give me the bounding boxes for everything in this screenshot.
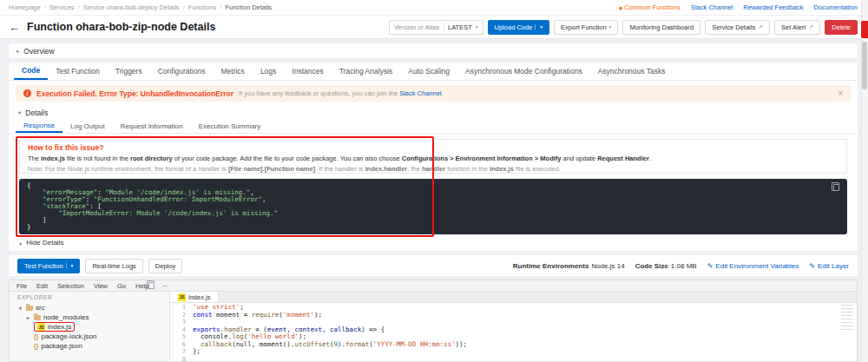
menu-selection[interactable]: Selection xyxy=(57,282,84,290)
tree-item-label: package.json xyxy=(41,342,82,350)
editor-tab-index-js[interactable]: index.js xyxy=(170,292,219,302)
tab-tracing-analysis[interactable]: Tracing Analysis xyxy=(332,63,401,80)
top-link-slack-channel[interactable]: Slack Channel xyxy=(691,3,733,11)
function-main-card: CodeTest FunctionTriggersConfigurationsM… xyxy=(9,63,858,251)
code-size-info: Code Size1.08 MB xyxy=(635,262,697,270)
subtab-log-output[interactable]: Log Output xyxy=(62,119,113,133)
tree-item-package-lock-json[interactable]: package-lock.json xyxy=(10,332,169,341)
titlebar: ← Function ohara-bob-zip-node Details Ve… xyxy=(0,16,868,39)
tab-auto-scaling[interactable]: Auto Scaling xyxy=(400,63,457,80)
tree-item-package-json[interactable]: package.json xyxy=(10,341,169,351)
tab-test-function[interactable]: Test Function xyxy=(48,63,108,80)
breadcrumb-separator: / xyxy=(183,3,185,11)
tree-item-index-js[interactable]: index.js xyxy=(10,322,169,332)
upload-code-label: Upload Code xyxy=(495,23,533,31)
tree-item-src[interactable]: ▾src xyxy=(10,303,169,313)
tab-asynchronous-tasks[interactable]: Asynchronous Tasks xyxy=(590,63,674,80)
tree-item-node-modules[interactable]: ▸node_modules xyxy=(10,313,169,322)
version-alias-value: LATEST xyxy=(448,23,472,31)
line-number: 1 xyxy=(170,304,186,312)
error-json-line: ] xyxy=(27,217,839,224)
subtab-request-information[interactable]: Request Information xyxy=(113,119,191,133)
subtab-execution-summary[interactable]: Execution Summary xyxy=(191,119,269,133)
pencil-icon: ✎ xyxy=(809,262,815,270)
chevron-down-icon: ▾ xyxy=(609,24,612,30)
file-tree: ▾src▸node_modulesindex.jspackage-lock.js… xyxy=(10,303,169,351)
split-editor-icon[interactable] xyxy=(148,282,155,289)
code-lines: 1'use strict';2const moment = require('m… xyxy=(170,304,857,361)
chevron-down-icon[interactable]: ▾ xyxy=(535,24,542,30)
slack-channel-link[interactable]: Slack Channel xyxy=(399,89,441,97)
breadcrumb-item-services[interactable]: Services xyxy=(49,3,75,11)
set-alert-label: Set Alert xyxy=(781,23,806,31)
error-banner-title: Execution Failed. Error Type: UnhandledI… xyxy=(36,89,233,98)
minimap[interactable] xyxy=(841,305,853,332)
overview-section-toggle[interactable]: ▸ Overview xyxy=(9,43,858,58)
json-file-icon xyxy=(34,333,38,339)
page-scrollbar[interactable] xyxy=(861,0,868,362)
minimize-icon[interactable]: – xyxy=(162,281,167,290)
menu-go[interactable]: Go xyxy=(117,282,126,290)
breadcrumb-item-functions[interactable]: Functions xyxy=(188,3,217,11)
json-file-icon xyxy=(34,343,38,349)
tab-instances[interactable]: Instances xyxy=(284,63,331,80)
version-alias-select[interactable]: Version or Alias LATEST ▾ xyxy=(389,20,483,35)
subtab-response[interactable]: Response xyxy=(16,119,62,133)
annotation-red-box-file: index.js xyxy=(34,322,75,332)
fix-title: How to fix this issue? xyxy=(28,143,838,152)
edit-layer-link[interactable]: ✎Edit Layer xyxy=(809,262,849,270)
breadcrumb-item-service-ohara-bob-deploy-details[interactable]: Service ohara-bob-deploy Details xyxy=(83,3,180,11)
details-subtabs: ResponseLog OutputRequest InformationExe… xyxy=(9,119,858,134)
details-toggle[interactable]: ▾ Details xyxy=(9,106,858,119)
edit-environment-variables-link[interactable]: ✎Edit Environment Variables xyxy=(707,262,799,270)
service-details-button[interactable]: Service Details ↗ xyxy=(705,20,770,35)
monitoring-dashboard-button[interactable]: Monitoring Dashboard xyxy=(622,20,700,35)
delete-button[interactable]: Delete xyxy=(825,20,858,35)
deploy-label: Deploy xyxy=(155,262,175,270)
tab-configurations[interactable]: Configurations xyxy=(150,63,214,80)
breadcrumb-separator: / xyxy=(44,3,46,11)
tab-logs[interactable]: Logs xyxy=(253,63,284,80)
code-area[interactable]: 1'use strict';2const moment = require('m… xyxy=(170,303,857,361)
code-line-6: 6 callback(null, moment().utcOffset(9).f… xyxy=(170,341,857,349)
top-link-rewarded-feedback[interactable]: Rewarded Feedback xyxy=(743,3,803,11)
edit-layer-label: Edit Layer xyxy=(818,262,849,270)
deploy-button[interactable]: Deploy xyxy=(148,259,182,273)
export-function-button[interactable]: Export Function ▾ xyxy=(554,20,618,35)
tab-asynchronous-mode-configurations[interactable]: Asynchronous Mode Configurations xyxy=(457,63,590,80)
error-json-line: } xyxy=(27,224,839,231)
runtime-value: Node.js 14 xyxy=(591,262,624,270)
line-number: 7 xyxy=(170,348,186,356)
realtime-logs-button[interactable]: Real-time Logs xyxy=(85,259,142,273)
top-link-common-functions[interactable]: Common Functions xyxy=(619,3,681,11)
copy-icon[interactable] xyxy=(833,184,839,191)
close-icon[interactable]: × xyxy=(838,89,843,98)
line-number: 4 xyxy=(170,326,186,334)
tab-triggers[interactable]: Triggers xyxy=(108,63,150,80)
action-bar: Test Function ▾ Real-time Logs Deploy Ru… xyxy=(9,255,858,276)
hide-details-label: Hide Details xyxy=(26,239,63,247)
breadcrumb-item-homepage[interactable]: Homepage xyxy=(9,3,41,11)
explorer-title: EXPLORER xyxy=(10,294,169,303)
line-number: 2 xyxy=(170,312,186,319)
tab-metrics[interactable]: Metrics xyxy=(213,63,252,80)
hide-details-toggle[interactable]: ▴ Hide Details xyxy=(9,234,858,247)
tab-code[interactable]: Code xyxy=(14,63,48,80)
upload-code-button[interactable]: Upload Code ▾ xyxy=(488,20,550,35)
back-arrow-icon[interactable]: ← xyxy=(9,22,20,33)
tree-item-label: src xyxy=(36,304,45,312)
set-alert-button[interactable]: Set Alert ↗ xyxy=(774,20,820,35)
menu-file[interactable]: File xyxy=(16,282,27,290)
fix-note: Note: For the Node.js runtime environmen… xyxy=(28,165,838,173)
menu-view[interactable]: View xyxy=(94,282,108,290)
feedback-side-tab[interactable] xyxy=(861,21,868,38)
test-function-button[interactable]: Test Function ▾ xyxy=(17,259,80,273)
topbar: Homepage/Services/Service ohara-bob-depl… xyxy=(0,0,868,16)
scrollbar-thumb[interactable] xyxy=(862,42,867,89)
pencil-icon: ✎ xyxy=(707,262,713,270)
menu-edit[interactable]: Edit xyxy=(36,282,48,290)
breadcrumb: Homepage/Services/Service ohara-bob-depl… xyxy=(9,3,272,11)
chevron-down-icon: ▾ xyxy=(18,109,21,116)
chevron-down-icon[interactable]: ▾ xyxy=(66,263,74,268)
top-link-documentation[interactable]: Documentation xyxy=(814,3,858,11)
